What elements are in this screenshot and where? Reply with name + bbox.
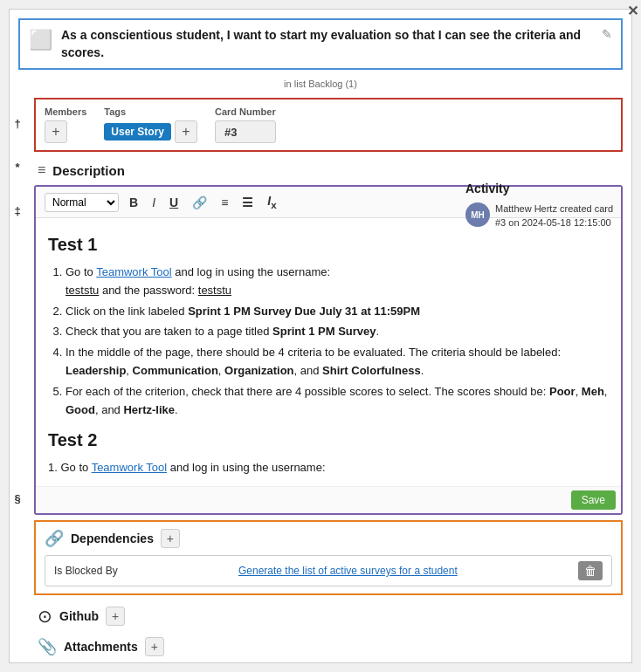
survey-page-title: Sprint 1 PM Survey xyxy=(272,325,376,338)
dependencies-section: 🔗 Dependencies + Is Blocked By Generate … xyxy=(34,520,623,595)
teamwork-tool-link-2[interactable]: Teamwork Tool xyxy=(92,461,167,474)
username-text: teststu xyxy=(65,284,99,297)
link-button[interactable]: 🔗 xyxy=(189,194,210,211)
activity-item: MH Matthew Hertz created card #3 on 2024… xyxy=(465,202,623,230)
add-tag-button[interactable]: + xyxy=(175,120,197,143)
test1-list: Go to Teamwork Tool and log in using the… xyxy=(48,264,609,419)
test1-step1: Go to Teamwork Tool and log in using the… xyxy=(65,264,609,300)
members-group: Members + xyxy=(45,106,86,143)
card-type-icon: ⬜ xyxy=(29,29,52,51)
card-number-value: #3 xyxy=(215,120,276,143)
test1-step5: For each of the criterion, check that th… xyxy=(65,383,609,420)
dep-prefix: Is Blocked By xyxy=(54,565,118,577)
save-button[interactable]: Save xyxy=(571,490,616,510)
members-label: Members xyxy=(45,106,86,117)
card-title: As a conscientious student, I want to st… xyxy=(61,27,593,61)
github-label: Github xyxy=(59,609,99,623)
test1-heading: Test 1 xyxy=(48,230,609,258)
bold-button[interactable]: B xyxy=(126,194,141,211)
description-label: Description xyxy=(52,163,125,178)
main-layout: † * ‡ § Members + Tags User Story + xyxy=(10,94,631,662)
card-number-group: Card Number #3 xyxy=(215,106,276,143)
italic-button[interactable]: I xyxy=(148,194,159,211)
in-list-label: in list Backlog (1) xyxy=(10,75,631,94)
dependency-item: Is Blocked By Generate the list of activ… xyxy=(45,555,612,586)
dependencies-header: 🔗 Dependencies + xyxy=(45,529,612,548)
marker-asterisk: * xyxy=(15,145,19,189)
edit-title-icon[interactable]: ✎ xyxy=(602,27,612,41)
teamwork-tool-link-1[interactable]: Teamwork Tool xyxy=(96,265,171,278)
font-style-select[interactable]: Normal Heading 1 Heading 2 xyxy=(45,193,119,212)
marker-section: § xyxy=(14,477,20,520)
github-icon: ⊙ xyxy=(38,606,52,627)
add-dependency-button[interactable]: + xyxy=(161,529,180,548)
meta-section: Members + Tags User Story + Card Number … xyxy=(34,98,623,152)
test1-step3: Check that you are taken to a page title… xyxy=(65,323,609,341)
add-member-button[interactable]: + xyxy=(45,120,67,143)
attachments-label: Attachments xyxy=(64,640,138,654)
underline-button[interactable]: U xyxy=(166,194,182,211)
left-markers: † * ‡ § xyxy=(10,94,25,662)
add-attachment-button[interactable]: + xyxy=(145,637,164,656)
tags-row: User Story + xyxy=(104,120,197,143)
github-section: ⊙ Github + xyxy=(25,600,631,632)
survey-link-label: Sprint 1 PM Survey Due July 31 at 11:59P… xyxy=(188,305,420,318)
dependencies-icon: 🔗 xyxy=(45,529,64,548)
tags-group: Tags User Story + xyxy=(104,106,197,143)
unordered-list-button[interactable]: ☰ xyxy=(238,194,257,211)
card-modal: ✕ ⬜ As a conscientious student, I want t… xyxy=(9,9,632,663)
activity-title: Activity xyxy=(465,182,623,195)
user-story-tag[interactable]: User Story xyxy=(104,123,171,141)
test1-step2: Click on the link labeled Sprint 1 PM Su… xyxy=(65,303,609,321)
description-header: ≡ Description xyxy=(25,157,631,182)
marker-dagger: † xyxy=(14,101,20,145)
dep-link[interactable]: Generate the list of active surveys for … xyxy=(238,565,458,577)
editor-section: Normal Heading 1 Heading 2 B I U 🔗 ≡ ☰ I… xyxy=(34,185,623,515)
test2-heading: Test 2 xyxy=(48,426,609,454)
card-number-label: Card Number xyxy=(215,106,276,117)
activity-text: Matthew Hertz created card #3 on 2024-05… xyxy=(495,202,623,230)
delete-dependency-button[interactable]: 🗑 xyxy=(578,561,603,580)
editor-content[interactable]: Test 1 Go to Teamwork Tool and log in us… xyxy=(36,218,621,486)
attachments-section: 📎 Attachments + xyxy=(25,632,631,662)
attachments-icon: 📎 xyxy=(38,637,57,656)
save-bar: Save xyxy=(36,486,621,513)
ordered-list-button[interactable]: ≡ xyxy=(217,194,231,211)
marker-double-dagger: ‡ xyxy=(14,189,20,232)
content-area: Members + Tags User Story + Card Number … xyxy=(25,94,631,662)
password-text: teststu xyxy=(198,284,231,297)
header-section: ⬜ As a conscientious student, I want to … xyxy=(18,18,623,70)
activity-avatar: MH xyxy=(465,202,490,227)
tags-label: Tags xyxy=(104,106,197,117)
test1-step4: In the middle of the page, there should … xyxy=(65,344,609,381)
description-icon: ≡ xyxy=(38,162,45,178)
test2-step1: 1. Go to Teamwork Tool and log in using … xyxy=(48,459,609,477)
close-button[interactable]: ✕ xyxy=(627,3,638,19)
add-github-button[interactable]: + xyxy=(106,607,125,626)
dependencies-label: Dependencies xyxy=(71,531,154,545)
activity-panel: Activity MH Matthew Hertz created card #… xyxy=(465,182,623,230)
clear-format-button[interactable]: Ix xyxy=(264,192,279,212)
